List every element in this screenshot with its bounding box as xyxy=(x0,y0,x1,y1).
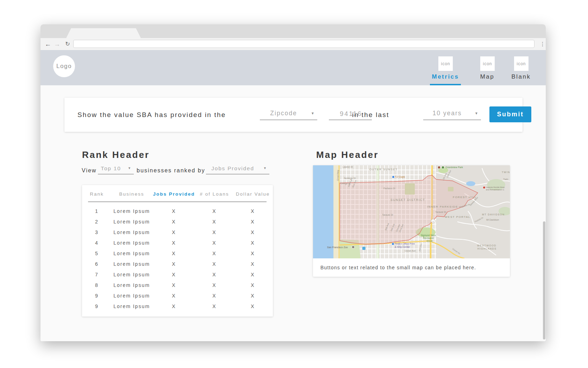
transit-icon xyxy=(362,247,365,250)
table-row: 5Lorem IpsumXXX xyxy=(82,248,273,259)
cell-business: Lorem Ipsum xyxy=(112,303,152,309)
url-input[interactable] xyxy=(73,40,534,48)
metrics-icon: icon xyxy=(438,56,453,71)
cell-jobs: X xyxy=(152,240,196,246)
cell-jobs: X xyxy=(152,208,196,214)
cell-loans: X xyxy=(196,208,233,214)
browser-tab[interactable] xyxy=(66,28,141,38)
map-label: OUTER SUNSET xyxy=(369,168,398,171)
map-label: MT DAVIDSON xyxy=(482,213,505,216)
col-header-rank: Rank xyxy=(82,191,112,197)
dropdown-underline xyxy=(260,119,317,120)
map-label: TJ Cups xyxy=(395,176,405,178)
cell-jobs: X xyxy=(152,272,196,277)
blank-icon: icon xyxy=(514,56,528,71)
vertical-dots-icon[interactable]: ⋮ xyxy=(539,39,546,49)
table-row: 9Lorem IpsumXXX xyxy=(82,301,273,312)
map-label: Recreation xyxy=(423,237,434,240)
cell-business: Lorem Ipsum xyxy=(112,261,152,267)
map-label: SUNSET DISTRICT xyxy=(390,198,425,202)
metric-dropdown[interactable]: Jobs Provided ▼ xyxy=(206,165,269,174)
cell-dollars: X xyxy=(233,229,273,235)
rank-section-title: Rank Header xyxy=(82,149,150,160)
cell-loans: X xyxy=(196,219,233,225)
nav-label-blank: Blank xyxy=(500,73,542,80)
store-marker-icon xyxy=(392,243,394,245)
browser-titlebar xyxy=(40,24,546,38)
map-label: Lawton St xyxy=(343,166,353,168)
cell-rank: 2 xyxy=(82,219,112,225)
query-middle-text: in the last xyxy=(352,111,389,119)
cell-business: Lorem Ipsum xyxy=(112,240,152,246)
chevron-down-icon: ▼ xyxy=(128,166,131,170)
cell-jobs: X xyxy=(152,261,196,267)
submit-button[interactable]: Submit xyxy=(489,106,531,122)
cell-rank: 1 xyxy=(82,208,112,214)
map-label: TWIN xyxy=(502,171,510,173)
time-range-dropdown[interactable]: 10 years ▼ xyxy=(423,108,481,120)
browser-toolbar: ← → ↻ ⋮ xyxy=(40,38,546,50)
cell-dollars: X xyxy=(233,261,273,267)
table-row: 7Lorem IpsumXXX xyxy=(82,269,273,280)
count-value: Top 10 xyxy=(98,165,124,172)
table-header-row: Rank Business Jobs Provided # of Loans D… xyxy=(82,191,273,197)
cell-rank: 8 xyxy=(82,282,112,288)
cell-loans: X xyxy=(196,282,233,288)
map-label: Grandview Park xyxy=(445,166,463,168)
refresh-icon[interactable]: ↻ xyxy=(63,39,72,49)
map-label: Grove xyxy=(426,240,433,243)
reservoir xyxy=(466,181,475,186)
area-type-dropdown[interactable]: Zipcode ▼ xyxy=(260,108,317,120)
col-header-dollar-value[interactable]: Dollar Value xyxy=(233,191,273,197)
zipcode-map[interactable]: 1 Lawton StOUTER SUNSETGrandview ParkTWI… xyxy=(313,165,510,258)
table-row: 2Lorem IpsumXXX xyxy=(82,216,273,227)
cell-rank: 4 xyxy=(82,240,112,246)
map-label: Ocean Ave xyxy=(405,250,416,252)
cell-loans: X xyxy=(196,272,233,277)
map-label: & Ship Center xyxy=(395,246,410,248)
cell-dollars: X xyxy=(233,272,273,277)
dropdown-underline xyxy=(206,174,269,174)
cell-business: Lorem Ipsum xyxy=(112,282,152,288)
zoo-marker-icon xyxy=(352,246,355,249)
back-icon[interactable]: ← xyxy=(43,39,52,49)
cell-rank: 7 xyxy=(82,272,112,277)
map-label: FedEx Office Print xyxy=(395,243,415,245)
chevron-down-icon: ▼ xyxy=(475,111,478,115)
cafe-marker-icon xyxy=(392,176,395,178)
page-scrollbar[interactable] xyxy=(543,221,545,339)
nav-item-blank[interactable]: icon Blank xyxy=(500,50,542,85)
table-row: 6Lorem IpsumXXX xyxy=(82,259,273,269)
cell-loans: X xyxy=(196,251,233,256)
view-label: View xyxy=(82,167,96,174)
map-label: and Rehabilitation C xyxy=(486,189,504,191)
cell-dollars: X xyxy=(233,303,273,309)
cell-dollars: X xyxy=(233,251,273,256)
cell-business: Lorem Ipsum xyxy=(112,208,152,214)
dropdown-underline xyxy=(98,174,134,174)
cell-business: Lorem Ipsum xyxy=(112,219,152,225)
col-header-jobs-provided[interactable]: Jobs Provided xyxy=(152,191,196,197)
query-bar: Show the value SBA has provided in the Z… xyxy=(64,98,523,132)
cell-rank: 5 xyxy=(82,251,112,256)
map-label: FOREST HILL xyxy=(453,196,477,199)
map-label: INNER PARKSIDE xyxy=(427,206,458,208)
cell-rank: 6 xyxy=(82,261,112,267)
ocean xyxy=(313,165,333,258)
cell-business: Lorem Ipsum xyxy=(112,229,152,235)
cell-jobs: X xyxy=(152,293,196,299)
col-header-loans[interactable]: # of Loans xyxy=(196,191,233,197)
count-dropdown[interactable]: Top 10 ▼ xyxy=(98,165,134,174)
map-section-title: Map Header xyxy=(316,149,379,160)
table-row: 8Lorem IpsumXXX xyxy=(82,280,273,290)
forward-icon[interactable]: → xyxy=(52,39,62,49)
cell-jobs: X xyxy=(152,251,196,256)
app-header: Logo icon Metrics icon Map icon Blank xyxy=(40,50,546,85)
chevron-down-icon: ▼ xyxy=(263,166,267,170)
cell-rank: 9 xyxy=(82,303,112,309)
nav-item-metrics[interactable]: icon Metrics xyxy=(424,50,467,85)
table-header-divider xyxy=(88,202,267,202)
cell-loans: X xyxy=(196,240,233,246)
active-tab-underline xyxy=(430,84,461,85)
table-row: 4Lorem IpsumXXX xyxy=(82,238,273,248)
